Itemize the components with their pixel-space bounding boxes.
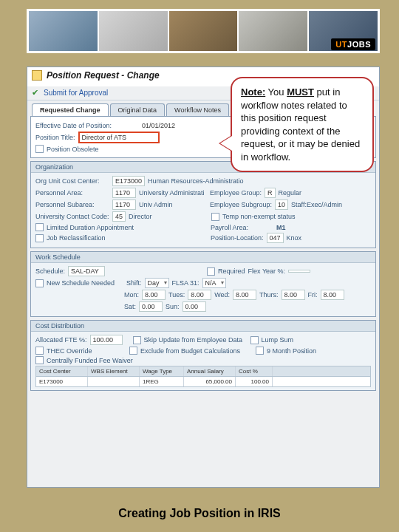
flex-year-input[interactable] xyxy=(288,270,310,273)
flsa-select[interactable]: N/A xyxy=(202,278,226,288)
univ-contact-label: University Contact Code: xyxy=(35,213,109,220)
flsa-label: FLSA 31: xyxy=(172,279,200,287)
mon-input[interactable]: 8.00 xyxy=(142,290,166,300)
allocated-fte-label: Allocated FTE %: xyxy=(35,336,87,344)
schedule-input[interactable]: SAL-DAY xyxy=(68,266,105,276)
cell-cost-center[interactable]: E173000 xyxy=(36,377,88,386)
org-unit-desc: Human Resources-Administratio xyxy=(148,177,244,185)
flex-year-label: Flex Year %: xyxy=(248,267,286,275)
position-obsolete-checkbox[interactable] xyxy=(35,145,44,153)
nine-month-checkbox[interactable] xyxy=(256,347,264,355)
fri-input[interactable]: 8.00 xyxy=(321,290,344,300)
temp-nonexempt-checkbox[interactable] xyxy=(211,213,219,221)
position-title-label: Position Title: xyxy=(35,134,75,141)
required-checkbox[interactable] xyxy=(207,267,215,276)
thu-label: Thurs: xyxy=(259,291,279,299)
fri-label: Fri: xyxy=(308,291,318,299)
work-schedule-section-title: Work Schedule xyxy=(31,252,375,263)
position-location-desc: Knox xyxy=(287,234,302,242)
thu-input[interactable]: 8.00 xyxy=(282,290,305,300)
thec-override-checkbox[interactable] xyxy=(35,347,44,355)
payroll-area-label: Payroll Area: xyxy=(211,224,248,231)
work-schedule-panel: Work Schedule Schedule: SAL-DAY Required… xyxy=(30,251,376,317)
col-wbs: WBS Element xyxy=(88,366,140,376)
job-reclass-checkbox[interactable] xyxy=(35,234,44,242)
tab-workflow-notes[interactable]: Workflow Notes xyxy=(166,103,229,116)
personnel-area-label: Personnel Area: xyxy=(35,189,109,197)
centrally-funded-checkbox[interactable] xyxy=(35,356,44,364)
sun-input[interactable]: 0.00 xyxy=(183,301,206,312)
lump-sum-checkbox[interactable] xyxy=(250,336,259,344)
personnel-subarea-label: Personnel Subarea: xyxy=(35,201,109,208)
check-icon: ✔ xyxy=(32,88,41,97)
sun-label: Sun: xyxy=(166,303,180,310)
banner-photo xyxy=(29,11,98,51)
employee-group-input[interactable]: R xyxy=(265,188,276,198)
wed-input[interactable]: 8.00 xyxy=(233,290,256,300)
skip-update-checkbox[interactable] xyxy=(133,336,141,344)
slide-caption: Creating Job Position in IRIS xyxy=(0,507,399,520)
col-annual-salary: Annual Salary xyxy=(184,366,236,376)
col-wage-type: Wage Type xyxy=(140,366,184,376)
note-text-after: put in workflow notes related to this po… xyxy=(241,86,360,163)
effective-date-label: Effective Date of Position: xyxy=(35,122,112,129)
position-location-input[interactable]: 047 xyxy=(267,233,284,243)
new-schedule-label: New Schedule Needed xyxy=(47,279,123,287)
personnel-area-input[interactable]: 1170 xyxy=(112,188,136,198)
employee-subgroup-desc: Staff:Exec/Admin xyxy=(291,201,342,208)
banner-image-strip: UTJOBS xyxy=(27,9,380,53)
position-obsolete-label: Position Obsolete xyxy=(47,146,99,153)
cell-annual-salary[interactable]: 65,000.00 xyxy=(184,377,236,386)
sat-label: Sat: xyxy=(124,303,136,310)
org-unit-input[interactable]: E173000 xyxy=(112,176,145,186)
payroll-area-value: M1 xyxy=(276,224,286,231)
employee-group-label: Employee Group: xyxy=(210,189,262,197)
banner-photo xyxy=(99,11,168,51)
effective-date-value: 01/01/2012 xyxy=(140,121,177,130)
thec-override-label: THEC Override xyxy=(47,347,126,355)
wed-label: Wed: xyxy=(214,291,230,299)
allocated-fte-input[interactable]: 100.00 xyxy=(90,335,123,345)
univ-contact-desc: Director xyxy=(129,213,208,220)
cost-grid-header: Cost Center WBS Element Wage Type Annual… xyxy=(35,366,371,377)
cost-distribution-panel: Cost Distribution Allocated FTE %: 100.0… xyxy=(30,320,376,391)
univ-contact-input[interactable]: 45 xyxy=(112,211,126,222)
submit-approval-link[interactable]: Submit for Approval xyxy=(44,89,108,97)
organization-panel: Organization Org Unit Cost Center: E1730… xyxy=(30,161,376,248)
sat-input[interactable]: 0.00 xyxy=(139,301,163,312)
banner-photo xyxy=(239,11,307,51)
note-must: MUST xyxy=(287,86,314,98)
tab-original-data[interactable]: Original Data xyxy=(110,103,166,116)
page-title: Position Request - Change xyxy=(47,70,160,81)
employee-subgroup-input[interactable]: 10 xyxy=(275,200,288,210)
limited-duration-checkbox[interactable] xyxy=(35,223,44,231)
document-icon xyxy=(32,70,42,81)
exclude-budget-label: Exclude from Budget Calculations xyxy=(140,347,253,355)
note-callout: Note: You MUST put in workflow notes rel… xyxy=(231,77,374,172)
utjobs-logo: UTJOBS xyxy=(331,38,375,50)
tab-requested-change[interactable]: Requested Change xyxy=(32,103,109,116)
cell-wbs[interactable] xyxy=(88,377,140,386)
required-label: Required xyxy=(218,267,245,275)
cell-cost-pct[interactable]: 100.00 xyxy=(236,377,273,386)
new-schedule-checkbox[interactable] xyxy=(35,279,44,287)
org-unit-label: Org Unit Cost Center: xyxy=(35,177,109,185)
position-location-label: Position-Location: xyxy=(211,234,264,242)
nine-month-label: 9 Month Position xyxy=(267,347,316,355)
exclude-budget-checkbox[interactable] xyxy=(129,347,137,355)
job-reclass-label: Job Reclassification xyxy=(47,234,208,242)
position-title-input[interactable]: Director of ATS xyxy=(78,132,160,143)
centrally-funded-label: Centrally Funded Fee Waiver xyxy=(47,357,133,364)
cell-wage-type[interactable]: 1REG xyxy=(140,377,184,386)
tue-input[interactable]: 8.00 xyxy=(188,290,211,300)
limited-duration-label: Limited Duration Appointment xyxy=(47,224,208,231)
shift-select[interactable]: Day xyxy=(145,278,169,288)
cost-grid-row[interactable]: E173000 1REG 65,000.00 100.00 xyxy=(35,377,371,387)
banner-photo xyxy=(169,11,238,51)
employee-subgroup-label: Employee Subgroup: xyxy=(210,201,272,208)
personnel-area-desc: University Administrati xyxy=(139,189,207,197)
personnel-subarea-input[interactable]: 1170 xyxy=(112,200,136,210)
col-cost-center: Cost Center xyxy=(36,366,88,376)
note-label: Note: xyxy=(241,86,265,98)
shift-label: Shift: xyxy=(126,279,142,287)
